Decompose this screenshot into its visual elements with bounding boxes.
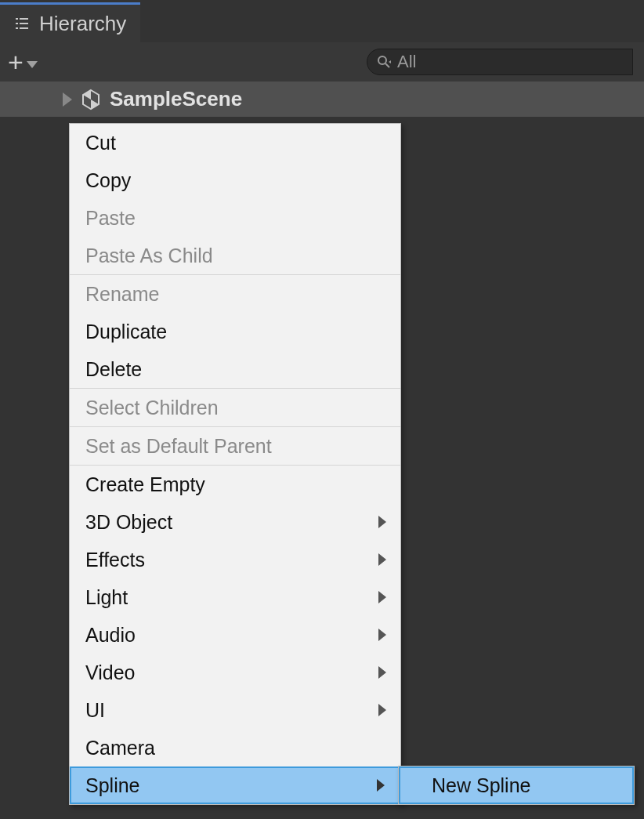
menu-item-label: Spline [85,774,140,797]
menu-item-label: Set as Default Parent [85,435,272,458]
chevron-right-icon [378,629,386,641]
menu-item-rename: Rename [70,275,400,313]
menu-item-label: Paste [85,207,136,230]
menu-item-label: Paste As Child [85,245,213,267]
menu-item-label: Select Children [85,397,219,419]
svg-point-6 [378,56,386,64]
foldout-arrow-icon[interactable] [63,92,72,107]
scene-name: SampleScene [110,87,242,111]
menu-item-label: 3D Object [85,511,172,534]
hierarchy-icon [14,16,30,31]
hierarchy-toolbar: + All [0,42,644,82]
search-placeholder: All [397,52,416,72]
search-icon [377,55,391,69]
menu-item-label: UI [85,699,105,722]
tab-bar: Hierarchy [0,2,644,42]
menu-item-spline[interactable]: Spline [70,766,400,804]
search-input[interactable]: All [367,49,633,75]
tab-label: Hierarchy [39,12,126,36]
chevron-right-icon [378,704,386,716]
menu-item-label: Create Empty [85,473,205,496]
menu-item-video[interactable]: Video [70,654,400,691]
menu-item-ui[interactable]: UI [70,691,400,729]
menu-item-delete[interactable]: Delete [70,350,400,389]
svg-marker-11 [91,100,99,109]
spline-submenu: New Spline [398,766,635,805]
menu-item-effects[interactable]: Effects [70,541,400,578]
scene-row[interactable]: SampleScene [0,82,644,117]
dropdown-caret-icon [27,61,38,68]
menu-item-label: Video [85,661,136,684]
menu-item-label: Duplicate [85,321,167,343]
svg-line-7 [385,63,389,67]
menu-item-copy[interactable]: Copy [70,161,400,199]
menu-item-duplicate[interactable]: Duplicate [70,313,400,350]
unity-logo-icon [80,89,102,111]
plus-icon: + [8,49,24,75]
menu-item-label: Camera [85,737,155,759]
svg-rect-4 [16,27,18,29]
submenu-item-new-spline[interactable]: New Spline [399,766,634,804]
menu-item-label: Light [85,586,128,609]
menu-item-audio[interactable]: Audio [70,616,400,654]
svg-marker-10 [83,90,91,100]
menu-item-paste-as-child: Paste As Child [70,237,400,275]
menu-item-camera[interactable]: Camera [70,729,400,766]
menu-item-create-empty[interactable]: Create Empty [70,466,400,503]
menu-item-label: Effects [85,549,145,571]
menu-item-set-as-default-parent: Set as Default Parent [70,427,400,466]
chevron-right-icon [378,591,386,603]
context-menu: CutCopyPastePaste As ChildRenameDuplicat… [69,123,401,805]
menu-item-label: Cut [85,132,116,154]
svg-rect-3 [20,23,28,24]
chevron-right-icon [378,516,386,528]
menu-item-light[interactable]: Light [70,578,400,616]
svg-marker-8 [389,60,391,63]
svg-rect-2 [16,23,18,24]
chevron-right-icon [378,553,386,566]
svg-rect-0 [16,18,18,20]
menu-item-label: Audio [85,624,136,647]
menu-item-cut[interactable]: Cut [70,124,400,161]
menu-item-3d-object[interactable]: 3D Object [70,503,400,541]
hierarchy-tab[interactable]: Hierarchy [0,2,140,42]
add-dropdown-button[interactable]: + [8,49,38,75]
svg-rect-1 [20,18,28,20]
menu-item-label: Copy [85,169,131,192]
menu-item-label: Delete [85,358,142,381]
menu-item-label: Rename [85,283,160,306]
chevron-right-icon [378,666,386,679]
svg-rect-5 [20,27,28,29]
menu-item-select-children: Select Children [70,389,400,427]
chevron-right-icon [377,779,385,792]
menu-item-paste: Paste [70,199,400,237]
